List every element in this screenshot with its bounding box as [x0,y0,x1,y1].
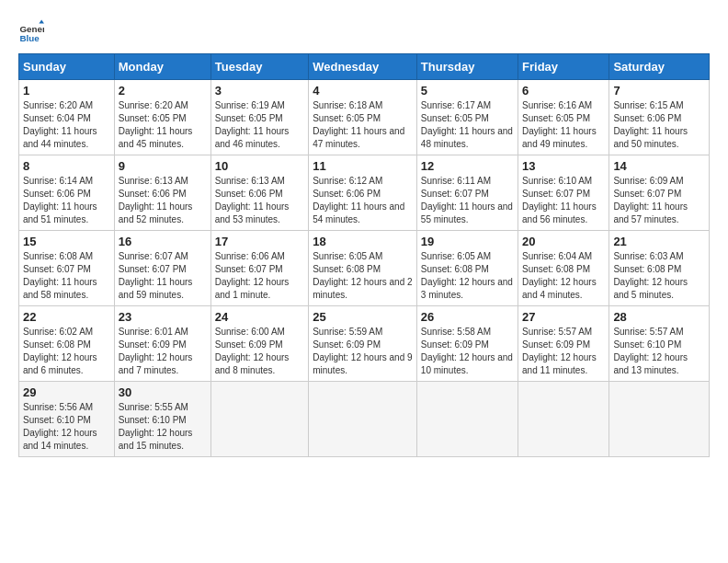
calendar-cell: 4 Sunrise: 6:18 AMSunset: 6:05 PMDayligh… [309,80,417,155]
day-info: Sunrise: 5:59 AMSunset: 6:09 PMDaylight:… [313,327,412,375]
calendar-cell: 22 Sunrise: 6:02 AMSunset: 6:08 PMDaylig… [19,306,115,382]
calendar-cell: 28 Sunrise: 5:57 AMSunset: 6:10 PMDaylig… [609,306,710,382]
weekday-header-monday: Monday [114,54,210,80]
calendar-cell: 21 Sunrise: 6:03 AMSunset: 6:08 PMDaylig… [609,231,710,306]
calendar-cell [416,382,518,457]
day-info: Sunrise: 6:17 AMSunset: 6:05 PMDaylight:… [421,100,513,149]
day-info: Sunrise: 6:03 AMSunset: 6:08 PMDaylight:… [613,251,688,300]
svg-marker-2 [39,19,44,23]
day-info: Sunrise: 6:01 AMSunset: 6:09 PMDaylight:… [119,327,193,375]
weekday-header-sunday: Sunday [19,54,115,80]
page-header: General Blue [18,18,710,44]
day-number: 11 [313,159,413,173]
calendar-cell: 11 Sunrise: 6:12 AMSunset: 6:06 PMDaylig… [309,155,417,231]
day-info: Sunrise: 6:20 AMSunset: 6:05 PMDaylight:… [119,100,193,149]
calendar-cell: 16 Sunrise: 6:07 AMSunset: 6:07 PMDaylig… [114,231,210,306]
calendar-cell: 24 Sunrise: 6:00 AMSunset: 6:09 PMDaylig… [210,306,308,382]
calendar-cell [518,382,609,457]
calendar-header: SundayMondayTuesdayWednesdayThursdayFrid… [19,54,710,80]
calendar-cell: 12 Sunrise: 6:11 AMSunset: 6:07 PMDaylig… [416,155,518,231]
day-info: Sunrise: 6:12 AMSunset: 6:06 PMDaylight:… [313,176,404,224]
day-number: 20 [522,235,605,248]
day-info: Sunrise: 5:57 AMSunset: 6:09 PMDaylight:… [522,327,597,375]
day-info: Sunrise: 5:56 AMSunset: 6:10 PMDaylight:… [23,402,97,451]
weekday-header-saturday: Saturday [609,54,710,80]
day-number: 17 [215,235,304,248]
day-info: Sunrise: 6:14 AMSunset: 6:06 PMDaylight:… [23,176,97,224]
calendar-cell: 26 Sunrise: 5:58 AMSunset: 6:09 PMDaylig… [416,306,518,382]
day-info: Sunrise: 6:18 AMSunset: 6:05 PMDaylight:… [313,100,404,149]
day-number: 5 [421,84,514,98]
calendar-cell: 18 Sunrise: 6:05 AMSunset: 6:08 PMDaylig… [309,231,417,306]
day-number: 12 [421,159,514,173]
day-info: Sunrise: 6:06 AMSunset: 6:07 PMDaylight:… [215,251,290,300]
calendar-cell: 14 Sunrise: 6:09 AMSunset: 6:07 PMDaylig… [609,155,710,231]
day-info: Sunrise: 5:58 AMSunset: 6:09 PMDaylight:… [421,327,513,375]
calendar-cell: 25 Sunrise: 5:59 AMSunset: 6:09 PMDaylig… [309,306,417,382]
weekday-header-tuesday: Tuesday [210,54,308,80]
logo: General Blue [18,18,44,44]
calendar-cell: 5 Sunrise: 6:17 AMSunset: 6:05 PMDayligh… [416,80,518,155]
calendar-cell: 13 Sunrise: 6:10 AMSunset: 6:07 PMDaylig… [518,155,609,231]
day-number: 19 [421,235,514,248]
day-number: 23 [119,310,207,324]
day-info: Sunrise: 6:11 AMSunset: 6:07 PMDaylight:… [421,176,513,224]
calendar-cell [210,382,308,457]
calendar-cell: 6 Sunrise: 6:16 AMSunset: 6:05 PMDayligh… [518,80,609,155]
day-number: 8 [23,159,110,173]
day-number: 7 [613,84,705,98]
calendar-cell: 23 Sunrise: 6:01 AMSunset: 6:09 PMDaylig… [114,306,210,382]
day-info: Sunrise: 6:16 AMSunset: 6:05 PMDaylight:… [522,100,597,149]
calendar-cell: 20 Sunrise: 6:04 AMSunset: 6:08 PMDaylig… [518,231,609,306]
day-info: Sunrise: 6:10 AMSunset: 6:07 PMDaylight:… [522,176,597,224]
day-number: 4 [313,84,413,98]
calendar-cell: 19 Sunrise: 6:05 AMSunset: 6:08 PMDaylig… [416,231,518,306]
calendar-cell: 30 Sunrise: 5:55 AMSunset: 6:10 PMDaylig… [114,382,210,457]
calendar-cell: 17 Sunrise: 6:06 AMSunset: 6:07 PMDaylig… [210,231,308,306]
calendar-cell [309,382,417,457]
day-info: Sunrise: 6:15 AMSunset: 6:06 PMDaylight:… [613,100,688,149]
calendar-cell: 10 Sunrise: 6:13 AMSunset: 6:06 PMDaylig… [210,155,308,231]
calendar-week-1: 1 Sunrise: 6:20 AMSunset: 6:04 PMDayligh… [19,80,710,155]
day-number: 24 [215,310,304,324]
day-info: Sunrise: 6:19 AMSunset: 6:05 PMDaylight:… [215,100,290,149]
calendar-cell: 8 Sunrise: 6:14 AMSunset: 6:06 PMDayligh… [19,155,115,231]
calendar-cell: 2 Sunrise: 6:20 AMSunset: 6:05 PMDayligh… [114,80,210,155]
calendar-cell: 29 Sunrise: 5:56 AMSunset: 6:10 PMDaylig… [19,382,115,457]
weekday-header-wednesday: Wednesday [309,54,417,80]
day-number: 10 [215,159,304,173]
day-number: 21 [613,235,705,248]
weekday-header-friday: Friday [518,54,609,80]
day-number: 22 [23,310,110,324]
calendar-cell: 3 Sunrise: 6:19 AMSunset: 6:05 PMDayligh… [210,80,308,155]
logo-icon: General Blue [18,18,44,44]
day-info: Sunrise: 6:02 AMSunset: 6:08 PMDaylight:… [23,327,97,375]
day-info: Sunrise: 6:05 AMSunset: 6:08 PMDaylight:… [313,251,412,300]
day-info: Sunrise: 5:55 AMSunset: 6:10 PMDaylight:… [119,402,193,451]
day-info: Sunrise: 6:08 AMSunset: 6:07 PMDaylight:… [23,251,97,300]
day-number: 27 [522,310,605,324]
day-number: 3 [215,84,304,98]
day-number: 6 [522,84,605,98]
day-number: 2 [119,84,207,98]
day-info: Sunrise: 6:20 AMSunset: 6:04 PMDaylight:… [23,100,97,149]
calendar-cell: 9 Sunrise: 6:13 AMSunset: 6:06 PMDayligh… [114,155,210,231]
day-info: Sunrise: 5:57 AMSunset: 6:10 PMDaylight:… [613,327,688,375]
day-number: 29 [23,385,110,399]
calendar-week-3: 15 Sunrise: 6:08 AMSunset: 6:07 PMDaylig… [19,231,710,306]
day-info: Sunrise: 6:00 AMSunset: 6:09 PMDaylight:… [215,327,290,375]
weekday-header-thursday: Thursday [416,54,518,80]
day-number: 9 [119,159,207,173]
day-number: 25 [313,310,413,324]
calendar-cell [609,382,710,457]
day-info: Sunrise: 6:09 AMSunset: 6:07 PMDaylight:… [613,176,688,224]
day-number: 15 [23,235,110,248]
calendar-week-4: 22 Sunrise: 6:02 AMSunset: 6:08 PMDaylig… [19,306,710,382]
day-number: 28 [613,310,705,324]
day-number: 16 [119,235,207,248]
calendar-cell: 27 Sunrise: 5:57 AMSunset: 6:09 PMDaylig… [518,306,609,382]
calendar-cell: 15 Sunrise: 6:08 AMSunset: 6:07 PMDaylig… [19,231,115,306]
calendar-cell: 7 Sunrise: 6:15 AMSunset: 6:06 PMDayligh… [609,80,710,155]
day-number: 18 [313,235,413,248]
day-number: 30 [119,385,207,399]
